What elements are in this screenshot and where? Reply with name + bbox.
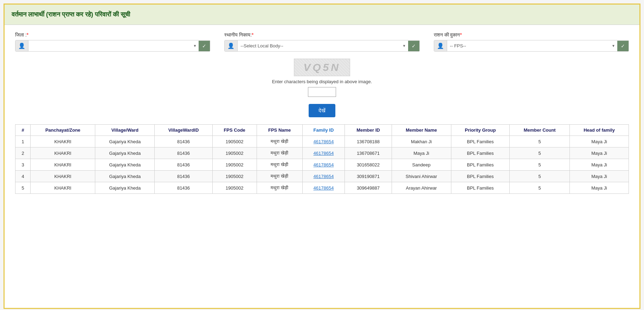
cell-fps-code: 1905002 [212,147,257,159]
col-head: Head of family [570,125,629,136]
district-chevron-icon: ▼ [191,44,199,48]
local-body-person-icon: 👤 [225,40,238,51]
cell-family-id[interactable]: 46178654 [302,171,344,182]
ration-shop-confirm-button[interactable]: ✓ [617,41,629,51]
ration-shop-chevron-icon: ▼ [610,44,617,48]
cell-sno: 1 [15,136,31,147]
cell-village: Gajariya Kheda [95,159,155,171]
captcha-input[interactable] [308,87,336,97]
district-confirm-button[interactable]: ✓ [199,41,210,51]
cell-village: Gajariya Kheda [95,171,155,182]
col-ward-id: VillageWardID [155,125,212,136]
cell-head: Maya Ji [570,136,629,147]
cell-member-id: 136708671 [345,147,392,159]
col-family-id: Family ID [302,125,344,136]
col-fps-code: FPS Code [212,125,257,136]
cell-panchayat: KHAKRI [31,147,95,159]
district-label: जिला :* [15,32,210,38]
cell-member-id: 309190871 [345,171,392,182]
col-member-id: Member ID [345,125,392,136]
ration-shop-group: राशन की दुकान* 👤 -- FPS-- ▼ ✓ [434,32,629,52]
cell-member-count: 5 [510,147,570,159]
captcha-image: VQ5N [294,59,350,76]
results-table-section: # Panchayat/Zone Village/Ward VillageWar… [15,124,629,194]
cell-fps-name: मथुरा खेड़ी [257,136,302,147]
cell-sno: 3 [15,159,31,171]
cell-head: Maya Ji [570,159,629,171]
table-header-row: # Panchayat/Zone Village/Ward VillageWar… [15,125,629,136]
table-row: 4KHAKRIGajariya Kheda814361905002मथुरा ख… [15,171,629,182]
col-panchayat: Panchayat/Zone [31,125,95,136]
col-village: Village/Ward [95,125,155,136]
cell-fps-name: मथुरा खेड़ी [257,182,302,194]
cell-ward-id: 81436 [155,182,212,194]
col-priority: Priority Group [451,125,510,136]
cell-ward-id: 81436 [155,136,212,147]
cell-ward-id: 81436 [155,147,212,159]
ration-shop-label: राशन की दुकान* [434,32,629,38]
table-row: 3KHAKRIGajariya Kheda814361905002मथुरा ख… [15,159,629,171]
local-body-chevron-icon: ▼ [400,44,408,48]
filter-form: जिला :* 👤 ▼ ✓ स्थानीय निकाय:* [15,32,629,52]
table-row: 2KHAKRIGajariya Kheda814361905002मथुरा ख… [15,147,629,159]
local-body-confirm-button[interactable]: ✓ [408,41,419,51]
cell-fps-name: मथुरा खेड़ी [257,147,302,159]
cell-family-id[interactable]: 46178654 [302,159,344,171]
cell-priority: BPL Families [451,171,510,182]
cell-village: Gajariya Kheda [95,136,155,147]
cell-family-id[interactable]: 46178654 [302,147,344,159]
cell-fps-code: 1905002 [212,136,257,147]
district-person-icon: 👤 [15,40,28,51]
cell-head: Maya Ji [570,171,629,182]
cell-member-name: Makhan Ji [392,136,451,147]
cell-sno: 5 [15,182,31,194]
cell-ward-id: 81436 [155,159,212,171]
cell-fps-code: 1905002 [212,171,257,182]
cell-priority: BPL Families [451,159,510,171]
cell-member-id: 309649887 [345,182,392,194]
captcha-section: VQ5N Enter characters being displayed in… [15,59,629,117]
cell-fps-name: मथुरा खेड़ी [257,171,302,182]
submit-button[interactable]: देखें [309,104,335,117]
district-select[interactable] [28,41,191,51]
cell-fps-code: 1905002 [212,159,257,171]
local-body-select[interactable]: --Select Local Body-- [238,41,400,51]
page-title: वर्तमान लाभार्थी (राशन प्राप्त कर रहे) प… [12,11,632,18]
cell-member-count: 5 [510,171,570,182]
cell-family-id[interactable]: 46178654 [302,182,344,194]
local-body-group: स्थानीय निकाय:* 👤 --Select Local Body-- … [224,32,419,52]
cell-head: Maya Ji [570,182,629,194]
col-fps-name: FPS Name [257,125,302,136]
cell-panchayat: KHAKRI [31,159,95,171]
cell-member-name: Shivani Ahirwar [392,171,451,182]
cell-member-count: 5 [510,182,570,194]
cell-member-name: Arayan Ahirwar [392,182,451,194]
ration-shop-select[interactable]: -- FPS-- [447,41,610,51]
cell-family-id[interactable]: 46178654 [302,136,344,147]
cell-member-id: 136708188 [345,136,392,147]
cell-priority: BPL Families [451,147,510,159]
cell-panchayat: KHAKRI [31,182,95,194]
ration-shop-person-icon: 👤 [434,40,447,51]
cell-village: Gajariya Kheda [95,147,155,159]
cell-member-name: Maya Ji [392,147,451,159]
cell-priority: BPL Families [451,182,510,194]
cell-village: Gajariya Kheda [95,182,155,194]
cell-panchayat: KHAKRI [31,136,95,147]
cell-member-count: 5 [510,159,570,171]
table-row: 5KHAKRIGajariya Kheda814361905002मथुरा ख… [15,182,629,194]
results-table: # Panchayat/Zone Village/Ward VillageWar… [15,124,629,194]
col-member-name: Member Name [392,125,451,136]
cell-fps-code: 1905002 [212,182,257,194]
table-row: 1KHAKRIGajariya Kheda814361905002मथुरा ख… [15,136,629,147]
cell-panchayat: KHAKRI [31,171,95,182]
cell-member-id: 301658022 [345,159,392,171]
cell-sno: 4 [15,171,31,182]
cell-member-count: 5 [510,136,570,147]
cell-sno: 2 [15,147,31,159]
cell-ward-id: 81436 [155,171,212,182]
cell-head: Maya Ji [570,147,629,159]
local-body-label: स्थानीय निकाय:* [224,32,419,38]
cell-member-name: Sandeep [392,159,451,171]
captcha-instruction: Enter characters being displayed in abov… [272,79,372,84]
